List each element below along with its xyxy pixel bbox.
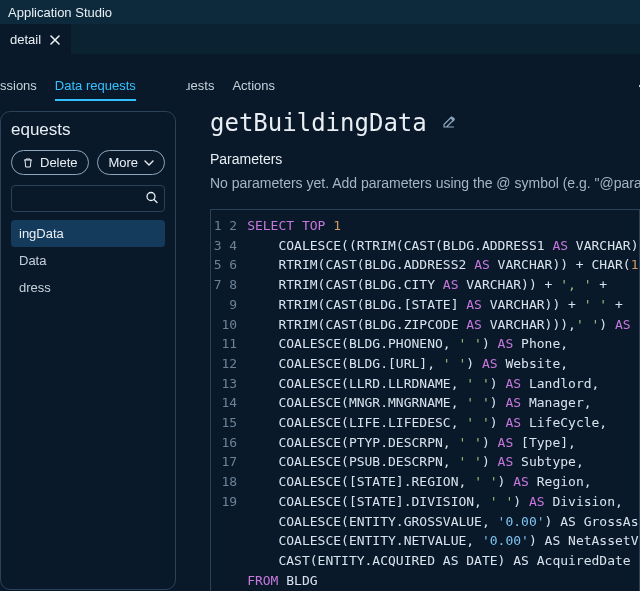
editor-gutter: 1 2 3 4 5 6 7 8 9 10 11 12 13 14 15 16 1…	[211, 216, 247, 590]
page-title: getBuildingData	[210, 109, 427, 137]
parameters-hint: No parameters yet. Add parameters using …	[210, 175, 640, 191]
back-arrow-icon[interactable]	[634, 78, 640, 94]
more-label: More	[108, 155, 138, 170]
panel-title: equests	[11, 120, 165, 140]
tab-detail[interactable]: detail	[0, 24, 71, 54]
tab-sessions[interactable]: ssions	[0, 78, 37, 101]
trash-icon	[22, 157, 34, 169]
requests-list: ingData Data dress	[11, 220, 165, 301]
list-item[interactable]: dress	[11, 274, 165, 301]
tab-label: detail	[10, 32, 41, 47]
sub-tabs: ssions Data requests API requests	[0, 78, 142, 111]
app-title: Application Studio	[8, 5, 112, 20]
sub-tabs-right: API requests Actions	[186, 78, 640, 109]
delete-button[interactable]: Delete	[11, 150, 89, 175]
tab-actions[interactable]: Actions	[232, 78, 275, 99]
list-item[interactable]: ingData	[11, 220, 165, 247]
close-icon[interactable]	[49, 34, 61, 46]
content-area: API requests Actions getBuildingData Par…	[186, 78, 640, 591]
search-icon	[145, 190, 159, 207]
list-item[interactable]: Data	[11, 247, 165, 274]
requests-panel: equests Delete More	[0, 111, 176, 590]
parameters-label: Parameters	[210, 151, 640, 167]
tab-api-requests[interactable]: API requests	[186, 78, 214, 99]
sidebar: ssions Data requests API requests equest…	[0, 78, 186, 591]
sql-editor[interactable]: 1 2 3 4 5 6 7 8 9 10 11 12 13 14 15 16 1…	[210, 209, 640, 591]
editor-code[interactable]: SELECT TOP 1 COALESCE((RTRIM(CAST(BLDG.A…	[247, 216, 639, 590]
edit-icon[interactable]	[441, 115, 457, 131]
tabbar: detail	[0, 24, 640, 54]
search-input[interactable]	[11, 185, 165, 212]
more-button[interactable]: More	[97, 150, 165, 175]
delete-label: Delete	[40, 155, 78, 170]
chevron-down-icon	[144, 158, 154, 168]
tab-data-requests[interactable]: Data requests	[55, 78, 136, 101]
window-titlebar: Application Studio	[0, 0, 640, 24]
